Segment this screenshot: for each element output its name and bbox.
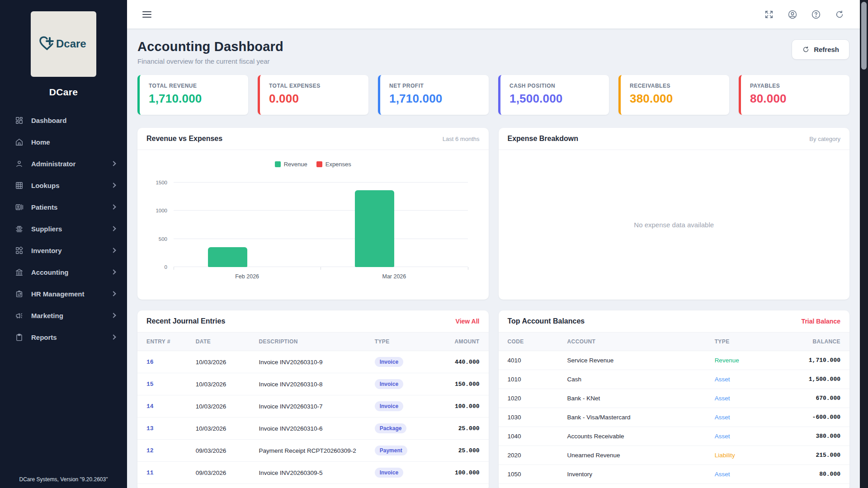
kpi-net-profit: NET PROFIT 1,710.000: [378, 75, 489, 115]
x-axis-tickmark: [174, 267, 174, 270]
gridline: [174, 182, 468, 183]
type-badge: Package: [375, 423, 407, 433]
type-badge: Payment: [375, 446, 407, 455]
sidebar-item-inventory[interactable]: Inventory: [0, 239, 127, 261]
entry-link[interactable]: 11: [146, 469, 154, 476]
entry-link[interactable]: 12: [146, 447, 154, 454]
chevron-right-icon: [111, 161, 116, 166]
administrator-icon: [15, 160, 24, 168]
account-type: Asset: [706, 389, 783, 408]
table-row: 1610/03/2026Invoice INV20260310-9Invoice…: [137, 351, 489, 373]
reports-clipboard-icon: [15, 333, 24, 342]
hr-badge-icon: [15, 290, 24, 298]
scrollbar[interactable]: [860, 0, 868, 488]
view-all-link[interactable]: View All: [456, 318, 480, 325]
table-row: 1050InventoryAsset80.000: [499, 465, 850, 484]
sidebar-item-lookups[interactable]: Lookups: [0, 174, 127, 196]
sidebar-item-administrator[interactable]: Administrator: [0, 153, 127, 174]
expense-panel-title: Expense Breakdown: [508, 135, 579, 143]
kpi-receivables: RECEIVABLES 380.000: [618, 75, 729, 115]
legend-label: Expenses: [326, 161, 351, 168]
journal-title: Recent Journal Entries: [146, 317, 225, 325]
account-type: Revenue: [706, 351, 783, 370]
account-type: Asset: [706, 370, 783, 389]
account-type: Liability: [706, 446, 783, 465]
gridline: [174, 239, 468, 239]
empty-state-message: No expense data available: [634, 221, 714, 229]
sidebar-item-accounting[interactable]: Accounting: [0, 261, 127, 283]
legend-swatch: [316, 161, 322, 167]
sidebar-item-hr-management[interactable]: HR Management: [0, 283, 127, 305]
table-row: 1030Bank - Visa/MastercardAsset-600.000: [499, 408, 850, 427]
user-icon[interactable]: [788, 9, 797, 19]
fullscreen-icon[interactable]: [764, 9, 774, 19]
brand-logo[interactable]: Dcare: [31, 11, 96, 77]
account-type: Asset: [706, 408, 783, 427]
legend-item-expenses[interactable]: Expenses: [316, 161, 351, 168]
topbar: [127, 0, 868, 28]
page-title: Accounting Dashboard: [137, 39, 283, 54]
table-row: 1510/03/2026Invoice INV20260310-8Invoice…: [137, 373, 489, 395]
menu-icon[interactable]: [142, 9, 151, 19]
bar-revenue-mar-2026: [355, 190, 394, 267]
table-header-row: CODE ACCOUNT TYPE BALANCE: [499, 333, 850, 351]
refresh-icon[interactable]: [835, 9, 844, 19]
sidebar-item-home[interactable]: Home: [0, 131, 127, 153]
dashboard-icon: [15, 116, 24, 125]
sidebar-item-reports[interactable]: Reports: [0, 326, 127, 348]
y-axis-tick: 1000: [156, 208, 167, 213]
sidebar: Dcare DCare Dashboard Home Administrator…: [0, 0, 127, 488]
legend-label: Revenue: [284, 161, 307, 168]
entry-link[interactable]: 13: [146, 425, 154, 432]
account-balances-table: CODE ACCOUNT TYPE BALANCE 4010Service Re…: [499, 333, 850, 484]
table-row: 1010CashAsset1,500.000: [499, 370, 850, 389]
scrollbar-thumb[interactable]: [861, 2, 867, 70]
kpi-cash-position: CASH POSITION 1,500.000: [498, 75, 609, 115]
type-badge: Invoice: [375, 357, 403, 367]
chevron-right-icon: [111, 226, 116, 231]
chevron-right-icon: [111, 334, 116, 339]
y-axis-tick: 0: [165, 264, 167, 270]
sidebar-item-marketing[interactable]: Marketing: [0, 305, 127, 326]
entry-link[interactable]: 14: [146, 403, 154, 410]
type-badge: Invoice: [375, 401, 403, 411]
app-version: DCare Systems, Version "9.20.2603": [0, 476, 127, 488]
x-axis-label: Mar 2026: [382, 273, 406, 280]
table-row: 1410/03/2026Invoice INV20260310-7Invoice…: [137, 395, 489, 418]
sidebar-item-suppliers[interactable]: Suppliers: [0, 218, 127, 239]
chevron-right-icon: [111, 248, 116, 253]
sidebar-item-dashboard[interactable]: Dashboard: [0, 109, 127, 131]
expense-panel-subtitle: By category: [809, 136, 840, 142]
entry-link[interactable]: 15: [146, 381, 154, 388]
table-row: 2020Unearned RevenueLiability215.000: [499, 446, 850, 465]
expense-breakdown-card: Expense Breakdown By category No expense…: [499, 128, 850, 300]
chevron-right-icon: [111, 313, 116, 318]
table-row: 1020Bank - KNetAsset670.000: [499, 389, 850, 408]
help-icon[interactable]: [811, 9, 821, 19]
page-subtitle: Financial overview for the current fisca…: [137, 57, 283, 65]
type-badge: Invoice: [375, 379, 403, 389]
sidebar-item-patients[interactable]: Patients: [0, 196, 127, 218]
account-type: Asset: [706, 427, 783, 446]
entry-link[interactable]: 16: [146, 359, 154, 366]
account-type: Asset: [706, 465, 783, 484]
legend-item-revenue[interactable]: Revenue: [275, 161, 307, 168]
chart-legend: RevenueExpenses: [137, 161, 489, 168]
table-header-row: ENTRY # DATE DESCRIPTION TYPE AMOUNT: [137, 333, 489, 351]
table-row: 1040Accounts ReceivableAsset380.000: [499, 427, 850, 446]
chevron-right-icon: [111, 269, 116, 274]
kpi-cards: TOTAL REVENUE 1,710.000 TOTAL EXPENSES 0…: [137, 75, 849, 115]
sidebar-nav: Dashboard Home Administrator Lookups Pat…: [0, 109, 127, 476]
table-row: 1310/03/2026Invoice INV20260310-6Package…: [137, 418, 489, 440]
trial-balance-link[interactable]: Trial Balance: [802, 318, 840, 325]
y-axis-tick: 1500: [156, 180, 167, 185]
accounting-icon: [15, 268, 24, 277]
kpi-total-expenses: TOTAL EXPENSES 0.000: [258, 75, 368, 115]
kpi-total-revenue: TOTAL REVENUE 1,710.000: [137, 75, 248, 115]
refresh-button[interactable]: Refresh: [792, 39, 849, 60]
refresh-icon: [802, 46, 810, 53]
bar-chart: RevenueExpenses 050010001500Feb 2026Mar …: [137, 150, 489, 300]
lookups-icon: [15, 181, 24, 190]
table-row: 1109/03/2026Invoice INV20260309-5Invoice…: [137, 462, 489, 484]
type-badge: Invoice: [375, 468, 403, 478]
